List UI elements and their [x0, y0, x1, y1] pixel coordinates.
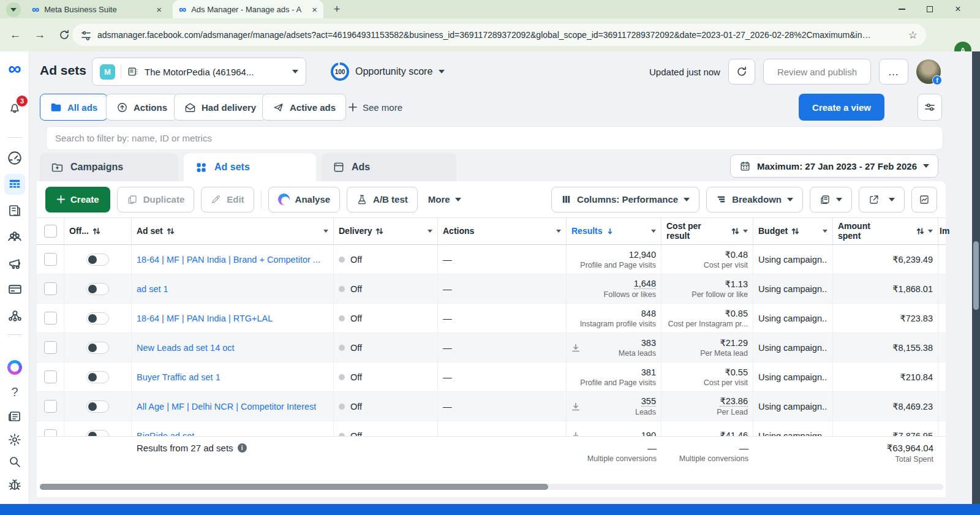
reports-button[interactable]	[810, 187, 852, 212]
chevron-down-icon[interactable]	[928, 230, 933, 233]
download-icon[interactable]	[571, 432, 580, 437]
reload-button[interactable]	[55, 26, 74, 44]
tab-campaigns[interactable]: Campaigns	[40, 153, 178, 181]
info-icon[interactable]: i	[238, 443, 247, 453]
adset-toggle[interactable]	[86, 342, 109, 354]
adset-name-link[interactable]: Buyer Traffic ad set 1	[137, 372, 221, 382]
adset-toggle[interactable]	[86, 430, 109, 437]
create-button[interactable]: Create	[45, 187, 110, 212]
adset-toggle[interactable]	[86, 371, 109, 383]
window-minimize-button[interactable]	[888, 0, 915, 18]
chevron-down-icon[interactable]	[323, 230, 328, 233]
header-cost-per-result[interactable]: Cost per result	[662, 218, 753, 244]
sidebar-item-help[interactable]: ?	[0, 381, 29, 403]
adset-name-link[interactable]: BigRide ad set	[137, 431, 194, 437]
create-a-view-button[interactable]: Create a view	[799, 94, 884, 121]
chevron-down-icon[interactable]	[651, 230, 656, 233]
tab-ad-sets[interactable]: Ad sets	[184, 153, 316, 181]
chevron-down-icon[interactable]	[823, 230, 827, 233]
adset-name-link[interactable]: 18-64 | MF | PAN India | Brand + Competi…	[137, 255, 320, 265]
row-checkbox[interactable]	[44, 341, 57, 354]
window-maximize-button[interactable]	[916, 0, 943, 18]
filter-chip-active-ads[interactable]: Active ads	[262, 94, 346, 121]
columns-button[interactable]: Columns: Performance	[551, 187, 699, 212]
ab-test-button[interactable]: A/B test	[347, 187, 418, 212]
row-checkbox[interactable]	[44, 429, 57, 436]
download-icon[interactable]	[571, 344, 580, 352]
vertical-scrollbar-track[interactable]	[972, 51, 980, 504]
tab-ads[interactable]: Ads	[322, 153, 456, 181]
bookmark-star-icon[interactable]: ☆	[908, 29, 918, 42]
export-button[interactable]	[859, 187, 905, 212]
row-checkbox[interactable]	[44, 370, 57, 383]
analyse-button[interactable]: Analyse	[268, 187, 341, 212]
header-delivery[interactable]: Delivery	[334, 218, 438, 244]
back-button[interactable]: ←	[6, 26, 24, 44]
browser-tab-meta-business-suite[interactable]: ∞ Meta Business Suite ×	[26, 0, 168, 18]
header-impressions[interactable]: Im	[938, 218, 946, 244]
charts-button[interactable]	[911, 187, 937, 212]
browser-tab-ads-manager[interactable]: ∞ Ads Manager - Manage ads - A ×	[173, 0, 323, 18]
vertical-scrollbar-thumb[interactable]	[973, 241, 979, 310]
opportunity-score[interactable]: 100 Opportunity score	[331, 58, 445, 86]
header-ad-set[interactable]: Ad set	[132, 218, 334, 244]
adset-toggle[interactable]	[86, 312, 109, 325]
header-budget[interactable]: Budget	[753, 218, 833, 244]
view-settings-button[interactable]	[918, 94, 942, 121]
search-input[interactable]	[46, 126, 943, 150]
row-checkbox[interactable]	[44, 282, 57, 295]
meta-logo-icon[interactable]: ∞	[0, 56, 29, 81]
header-actions[interactable]: Actions	[438, 218, 567, 244]
date-range-selector[interactable]: Maximum: 27 Jan 2023 - 27 Feb 2026	[730, 154, 938, 178]
url-bar[interactable]: adsmanager.facebook.com/adsmanager/manag…	[72, 24, 926, 46]
close-tab-icon[interactable]: ×	[312, 4, 317, 15]
row-checkbox[interactable]	[44, 253, 57, 266]
adset-name-link[interactable]: All Age | MF | Delhi NCR | Competitor In…	[137, 402, 316, 412]
forward-button[interactable]: →	[31, 26, 49, 44]
sidebar-item-audiences[interactable]	[0, 226, 29, 248]
header-amount-spent[interactable]: Amount spent	[833, 218, 938, 244]
more-button[interactable]: More	[424, 194, 465, 205]
sidebar-item-news[interactable]	[0, 405, 29, 427]
site-settings-icon[interactable]	[81, 30, 91, 40]
ad-account-selector[interactable]: M The MotorPedia (461964...	[92, 58, 306, 86]
chevron-down-icon[interactable]	[556, 230, 561, 233]
edit-button[interactable]: Edit	[201, 187, 254, 212]
sidebar-item-events-manager[interactable]	[0, 304, 29, 326]
adset-name-link[interactable]: 18-64 | MF | PAN India | RTG+LAL	[137, 314, 273, 323]
header-results[interactable]: Results	[567, 218, 662, 244]
header-select-all[interactable]	[37, 218, 64, 244]
row-checkbox[interactable]	[44, 400, 57, 413]
duplicate-button[interactable]: Duplicate	[117, 187, 195, 212]
tab-search-button[interactable]	[6, 2, 21, 17]
chevron-down-icon[interactable]	[743, 230, 748, 233]
sidebar-item-overview[interactable]	[0, 147, 29, 169]
horizontal-scrollbar-thumb[interactable]	[40, 484, 548, 490]
header-off[interactable]: Off...	[64, 218, 132, 244]
filter-chip-all-ads[interactable]: All ads	[40, 94, 108, 121]
new-tab-button[interactable]: +	[330, 2, 344, 17]
notifications-button[interactable]: 3	[0, 98, 29, 120]
filter-chip-actions[interactable]: Actions	[106, 94, 178, 121]
sidebar-item-report-bug[interactable]	[0, 474, 29, 496]
sidebar-item-search[interactable]	[0, 451, 29, 473]
refresh-button[interactable]	[728, 59, 755, 85]
sidebar-item-ads-reporting[interactable]	[0, 200, 29, 222]
sidebar-item-billing[interactable]	[0, 278, 29, 300]
sidebar-item-meta-ai[interactable]	[0, 356, 29, 378]
horizontal-scrollbar-track[interactable]	[40, 484, 943, 490]
see-more-button[interactable]: See more	[348, 94, 402, 121]
adset-name-link[interactable]: New Leads ad set 14 oct	[137, 343, 235, 353]
close-tab-icon[interactable]: ×	[156, 4, 162, 15]
row-checkbox[interactable]	[44, 312, 57, 325]
filter-chip-had-delivery[interactable]: Had delivery	[174, 94, 266, 121]
header-more-button[interactable]: …	[879, 59, 908, 85]
adset-toggle[interactable]	[86, 254, 109, 266]
adset-name-link[interactable]: ad set 1	[137, 284, 168, 294]
breakdown-button[interactable]: Breakdown	[706, 187, 803, 212]
select-all-checkbox[interactable]	[44, 225, 57, 238]
download-icon[interactable]	[571, 402, 580, 411]
sidebar-item-advertising[interactable]	[0, 252, 29, 274]
window-close-button[interactable]: ×	[944, 0, 971, 18]
sidebar-item-campaigns[interactable]	[0, 173, 29, 195]
